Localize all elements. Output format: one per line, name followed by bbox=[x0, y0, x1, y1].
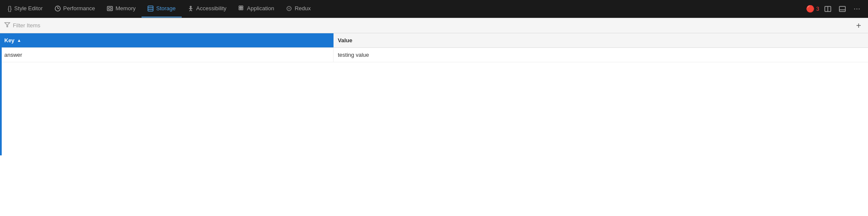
left-indicator bbox=[0, 36, 2, 155]
key-header-label: Key bbox=[4, 37, 15, 44]
performance-icon bbox=[55, 6, 61, 12]
sort-arrow-icon: ▲ bbox=[17, 38, 21, 43]
accessibility-icon bbox=[188, 6, 194, 12]
error-badge[interactable]: 🔴 3 bbox=[806, 5, 819, 13]
add-icon: + bbox=[856, 21, 861, 30]
dock-button[interactable] bbox=[836, 4, 848, 14]
svg-rect-1 bbox=[107, 6, 112, 11]
tab-accessibility[interactable]: Accessibility bbox=[182, 0, 233, 18]
svg-line-9 bbox=[189, 10, 191, 11]
table-row[interactable]: answer testing value bbox=[0, 48, 868, 62]
tab-accessibility-label: Accessibility bbox=[196, 5, 227, 12]
memory-icon bbox=[107, 6, 113, 12]
style-editor-icon: {} bbox=[8, 5, 12, 12]
svg-line-10 bbox=[191, 10, 192, 11]
tab-bar-right: 🔴 3 ⋯ bbox=[806, 3, 866, 15]
error-icon: 🔴 bbox=[806, 5, 815, 13]
tab-style-editor[interactable]: {} Style Editor bbox=[2, 0, 49, 18]
tab-application[interactable]: Application bbox=[233, 0, 280, 18]
tab-memory[interactable]: Memory bbox=[101, 0, 142, 18]
value-column-header[interactable]: Value bbox=[334, 33, 868, 47]
svg-rect-12 bbox=[241, 6, 243, 8]
tab-performance-label: Performance bbox=[63, 5, 95, 12]
more-options-button[interactable]: ⋯ bbox=[851, 3, 863, 15]
error-count: 3 bbox=[816, 6, 819, 12]
tab-style-editor-label: Style Editor bbox=[14, 5, 42, 12]
tab-redux[interactable]: Redux bbox=[280, 0, 317, 18]
svg-rect-11 bbox=[239, 6, 241, 8]
tab-memory-label: Memory bbox=[115, 5, 136, 12]
tab-redux-label: Redux bbox=[295, 5, 311, 12]
svg-rect-2 bbox=[109, 8, 111, 9]
table-body: answer testing value bbox=[0, 48, 868, 62]
tab-bar: {} Style Editor Performance Memory bbox=[0, 0, 868, 18]
row-value: testing value bbox=[334, 48, 868, 62]
value-header-label: Value bbox=[338, 37, 352, 44]
application-icon bbox=[239, 6, 245, 12]
tab-application-label: Application bbox=[247, 5, 275, 12]
svg-rect-19 bbox=[839, 6, 845, 12]
svg-marker-21 bbox=[5, 23, 10, 27]
add-item-button[interactable]: + bbox=[853, 20, 864, 31]
svg-rect-3 bbox=[148, 6, 153, 11]
split-panel-button[interactable] bbox=[822, 4, 834, 14]
svg-point-6 bbox=[190, 6, 191, 7]
storage-icon bbox=[148, 6, 154, 12]
tab-storage-label: Storage bbox=[156, 5, 176, 12]
content-area: + Key ▲ Value answer testing value bbox=[0, 18, 868, 62]
tab-storage[interactable]: Storage bbox=[142, 0, 182, 18]
filter-bar: + bbox=[0, 18, 868, 33]
row-key: answer bbox=[0, 48, 334, 62]
table-header: Key ▲ Value bbox=[0, 33, 868, 48]
tab-performance[interactable]: Performance bbox=[49, 0, 101, 18]
more-options-icon: ⋯ bbox=[853, 5, 860, 13]
redux-icon bbox=[286, 6, 292, 12]
svg-rect-14 bbox=[241, 8, 243, 10]
filter-input[interactable] bbox=[13, 22, 853, 29]
filter-icon bbox=[4, 22, 10, 29]
key-column-header[interactable]: Key ▲ bbox=[0, 33, 334, 47]
svg-rect-13 bbox=[239, 8, 241, 10]
svg-point-16 bbox=[288, 8, 290, 9]
